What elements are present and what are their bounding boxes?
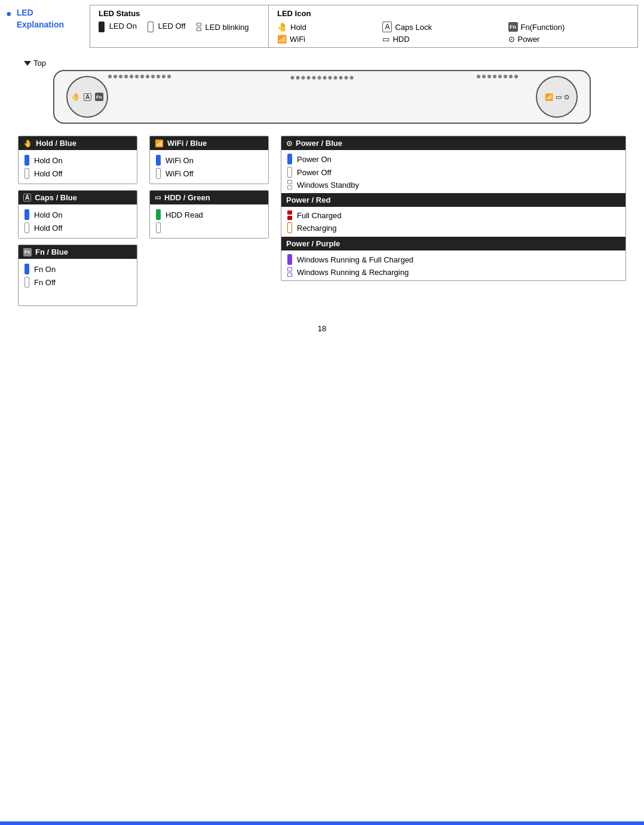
caps-on-indicator [24,209,29,220]
triangle-down-icon [24,61,31,66]
fn-on-label: Fn On [34,265,56,274]
purple-seg-1 [287,267,292,271]
hold-card-body: Hold On Hold Off [19,150,137,184]
icon-caps: A Caps Lock [382,22,496,32]
fn-card-title: Fn / Blue [35,248,68,256]
power-purple-body: Windows Running & Full Charged Windows R… [281,250,625,280]
cards-section: 🤚 Hold / Blue Hold On Hold Off A Caps / … [0,130,644,312]
power-off-indicator [287,167,292,178]
windows-full-indicator [287,254,292,265]
blink-dot-2 [197,28,201,31]
led-blink-group: LED blinking [197,23,249,32]
led-off-indicator [148,22,154,32]
icon-power: ⊙ Power [508,35,629,44]
wifi-off-row: WiFi Off [156,167,262,180]
caps-icon-small: A [23,194,31,201]
led-status-box: LED Status LED On LED Off LED blinking [90,5,269,48]
wifi-icon-small: 📶 [155,139,164,148]
dot [329,76,332,80]
wifi-on-label: WiFi On [165,156,194,165]
hdd-card: ▭ HDD / Green HDD Read [149,190,269,239]
power-red-body: Full Charged Recharging [281,207,625,237]
led-on-indicator [99,22,105,32]
dots-top-left [108,75,171,78]
fn-card: Fn Fn / Blue Fn On Fn Off [18,245,137,306]
hold-off-label: Hold Off [34,169,62,178]
power-purple-title: Power / Purple [286,239,340,248]
led-on-label: LED On [109,22,137,30]
bullet-icon: ● [6,8,12,19]
windows-full-row: Windows Running & Full Charged [287,253,620,266]
fn-on-indicator [24,264,29,274]
hold-on-row: Hold On [24,154,131,167]
dot [146,75,149,78]
hold-off-row: Hold Off [24,167,131,180]
led-icon-box: LED Icon 🤚 Hold A Caps Lock Fn Fn(Functi… [269,5,638,48]
icon-hold: 🤚 Hold [277,22,370,32]
caps-off-label: Hold Off [34,224,62,233]
hdd-off-row [156,221,262,234]
power-off-label: Power Off [297,168,332,177]
icon-fn: Fn Fn(Function) [508,22,629,32]
led-blink-label: LED blinking [206,23,249,32]
power-blue-header: ⊙ Power / Blue [281,136,625,150]
caps-on-row: Hold On [24,208,131,221]
led-on-group: LED On [99,22,137,32]
dot [296,76,300,80]
hold-icon: 🤚 [277,22,287,32]
circle-power-icon: ⊙ [564,93,569,101]
left-cards-column: 🤚 Hold / Blue Hold On Hold Off A Caps / … [18,136,137,306]
recharging-indicator [287,222,292,233]
hdd-read-label: HDD Read [165,210,203,219]
led-status-row: LED On LED Off LED blinking [99,22,260,32]
dots-top-right [477,75,518,78]
dot [302,76,305,80]
dot [498,75,502,78]
caps-off-row: Hold Off [24,221,131,234]
dots-top-center [291,76,354,80]
dot [350,76,354,80]
power-card-container: ⊙ Power / Blue Power On Power Off [281,136,626,281]
power-label: Power [518,35,540,44]
blink-seg-2 [287,185,292,190]
fn-off-indicator [24,277,29,288]
fn-on-row: Fn On [24,262,131,276]
header-section: ● LED Explanation LED Status LED On LED … [0,0,644,53]
hdd-card-title: HDD / Green [164,193,210,202]
footer-bar [0,821,644,825]
dot [291,76,295,80]
circle-hdd-icon: ▭ [556,93,562,101]
led-explanation-title-line1: LED [17,7,64,19]
fn-off-row: Fn Off [24,276,131,289]
dot [312,76,316,80]
power-on-indicator [287,154,292,164]
caps-card-title: Caps / Blue [35,193,77,202]
hdd-card-header: ▭ HDD / Green [150,191,268,204]
fn-extra-row [24,289,131,302]
dot [119,75,122,78]
fn-icon: Fn [508,22,518,32]
dot [124,75,128,78]
middle-cards-column: 📶 WiFi / Blue WiFi On WiFi Off ▭ HDD / G… [149,136,269,239]
wifi-card: 📶 WiFi / Blue WiFi On WiFi Off [149,136,269,184]
dot [151,75,155,78]
power-purple-header: Power / Purple [281,237,625,250]
top-text: Top [33,59,46,68]
dot [114,75,117,78]
hold-card-header: 🤚 Hold / Blue [19,136,137,150]
hdd-read-row: HDD Read [156,208,262,221]
caps-on-label: Hold On [34,210,63,219]
led-off-label: LED Off [158,22,186,30]
wifi-card-header: 📶 WiFi / Blue [150,136,268,150]
red-seg-2 [287,216,292,220]
wifi-off-label: WiFi Off [165,169,194,178]
caps-icon: A [382,22,392,32]
device-diagram: 🤚 A Fn 📶 ▭ ⊙ [53,70,591,124]
windows-recharging-indicator [287,267,292,277]
blink-seg-1 [287,180,292,184]
led-explanation-title-line2: Explanation [17,19,64,31]
power-card: ⊙ Power / Blue Power On Power Off [281,136,626,281]
power-standby-row: Windows Standby [287,179,620,191]
red-seg-1 [287,210,292,215]
wifi-icon: 📶 [277,35,287,44]
